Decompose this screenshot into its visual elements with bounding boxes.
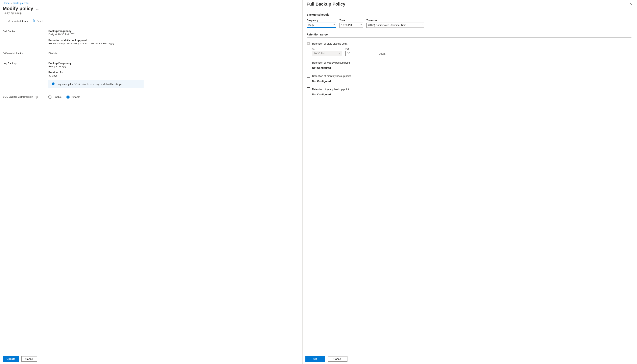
for-label: For xyxy=(346,47,375,50)
field-value: Disabled xyxy=(48,52,300,55)
timezone-select[interactable]: (UTC) Coordinated Universal Time xyxy=(367,22,424,28)
time-select[interactable]: 10:30 PM xyxy=(340,22,363,28)
chevron-down-icon xyxy=(420,24,423,26)
chevron-down-icon xyxy=(333,24,335,26)
compression-enable-radio[interactable]: Enable xyxy=(48,95,62,99)
required-indicator: * xyxy=(319,19,320,22)
toolbar-label: Delete xyxy=(37,20,44,22)
field-value: Daily at 10:30 PM UTC xyxy=(48,33,300,36)
field-value: Every 1 hour(s) xyxy=(48,65,300,68)
blade-title: Full Backup Policy xyxy=(306,2,346,7)
left-footer: Update Cancel xyxy=(0,354,302,364)
section-label-log-backup: Log Backup xyxy=(3,62,48,88)
yearly-retention-checkbox[interactable] xyxy=(306,88,310,91)
chevron-right-icon: › xyxy=(31,2,31,4)
trash-icon xyxy=(32,19,35,23)
frequency-label: Frequency* xyxy=(306,19,336,22)
field-label: Retained for xyxy=(48,71,300,74)
section-label-compression: SQL Backup Compression i xyxy=(3,95,48,99)
info-callout: i Log backup for DBs in simple recovery … xyxy=(48,80,144,88)
time-label: Time* xyxy=(340,19,363,22)
info-text: Log backup for DBs in simple recovery mo… xyxy=(57,83,124,86)
delete-button[interactable]: Delete xyxy=(32,19,44,23)
blade-cancel-button[interactable]: Cancel xyxy=(328,356,348,362)
daily-at-select: 10:30 PM xyxy=(312,51,342,56)
page-subtitle: HourlyLogBackup xyxy=(3,12,300,14)
monthly-retention-label: Retention of monthly backup point xyxy=(312,74,351,78)
weekly-status: Not Configured xyxy=(312,66,631,69)
yearly-retention-label: Retention of yearly backup point xyxy=(312,88,349,91)
monthly-retention-checkbox[interactable] xyxy=(306,74,310,78)
field-value: Retain backup taken every day at 10:30 P… xyxy=(48,42,300,45)
breadcrumb-backup-center[interactable]: Backup center xyxy=(13,2,29,4)
ok-button[interactable]: OK xyxy=(305,356,325,362)
daily-retention-checkbox[interactable] xyxy=(306,42,310,46)
days-unit-label: Day(s) xyxy=(379,52,386,56)
svg-rect-6 xyxy=(33,20,35,22)
close-button[interactable] xyxy=(629,2,633,6)
backup-schedule-title: Backup schedule xyxy=(306,13,631,16)
page-title: Modify policy xyxy=(3,6,33,11)
section-label-full-backup: Full Backup xyxy=(3,30,48,45)
full-backup-policy-blade: Full Backup Policy Backup schedule Frequ… xyxy=(303,0,637,364)
at-label: At xyxy=(312,47,342,50)
field-label: Retention of daily backup point xyxy=(48,39,300,42)
daily-retention-label: Retention of daily backup point xyxy=(312,42,348,45)
yearly-status: Not Configured xyxy=(312,93,631,96)
checkmark-icon xyxy=(307,42,309,45)
timezone-label: Timezone* xyxy=(367,19,424,22)
radio-label: Disable xyxy=(71,96,80,98)
close-icon xyxy=(629,3,632,6)
field-label: Backup Frequency xyxy=(48,30,300,32)
more-actions-button[interactable]: … xyxy=(36,7,39,10)
breadcrumb: Home › Backup center › xyxy=(0,0,302,5)
weekly-retention-label: Retention of weekly backup point xyxy=(312,61,350,64)
cancel-button[interactable]: Cancel xyxy=(22,356,37,362)
breadcrumb-home[interactable]: Home xyxy=(3,2,10,4)
field-value: 30 days xyxy=(48,74,300,77)
retention-range-title: Retention range xyxy=(306,33,631,38)
svg-text:i: i xyxy=(53,83,53,85)
compression-disable-radio[interactable]: Disable xyxy=(66,95,80,99)
daily-for-input[interactable] xyxy=(346,51,375,56)
blade-footer: OK Cancel xyxy=(303,354,637,364)
update-button[interactable]: Update xyxy=(3,356,19,362)
frequency-select[interactable]: Daily xyxy=(306,22,336,28)
chevron-down-icon xyxy=(338,52,341,55)
required-indicator: * xyxy=(345,19,346,22)
required-indicator: * xyxy=(378,19,379,22)
list-icon xyxy=(4,19,7,23)
modify-policy-panel: Home › Backup center › Modify policy … H… xyxy=(0,0,303,364)
chevron-right-icon: › xyxy=(11,2,12,4)
info-icon: i xyxy=(52,82,55,86)
toolbar: Associated items Delete xyxy=(0,17,302,25)
chevron-down-icon xyxy=(360,24,362,26)
section-label-differential-backup: Differential Backup xyxy=(3,52,48,55)
field-label: Backup Frequency xyxy=(48,62,300,64)
toolbar-label: Associated items xyxy=(8,20,28,22)
associated-items-button[interactable]: Associated items xyxy=(4,19,28,23)
weekly-retention-checkbox[interactable] xyxy=(306,61,310,64)
info-icon[interactable]: i xyxy=(35,96,38,98)
monthly-status: Not Configured xyxy=(312,80,631,83)
radio-label: Enable xyxy=(54,96,62,98)
